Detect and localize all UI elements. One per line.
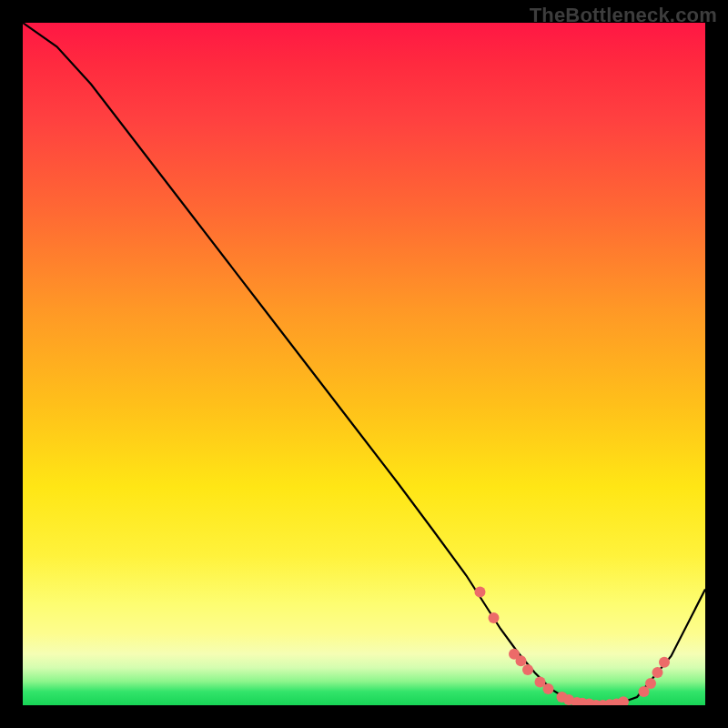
chart-svg-layer [23,23,705,705]
chart-marker [475,587,486,598]
chart-marker [543,683,554,694]
watermark-text: TheBottleneck.com [530,4,717,27]
chart-marker [516,655,527,666]
chart-curve [23,23,705,705]
chart-plot-area [23,23,705,705]
chart-markers [475,587,671,706]
chart-marker [522,664,533,675]
chart-marker [652,667,663,678]
chart-marker [645,678,656,689]
chart-marker [618,696,629,705]
chart-marker [489,612,500,623]
chart-marker [659,657,670,668]
chart-frame: TheBottleneck.com [0,0,728,728]
